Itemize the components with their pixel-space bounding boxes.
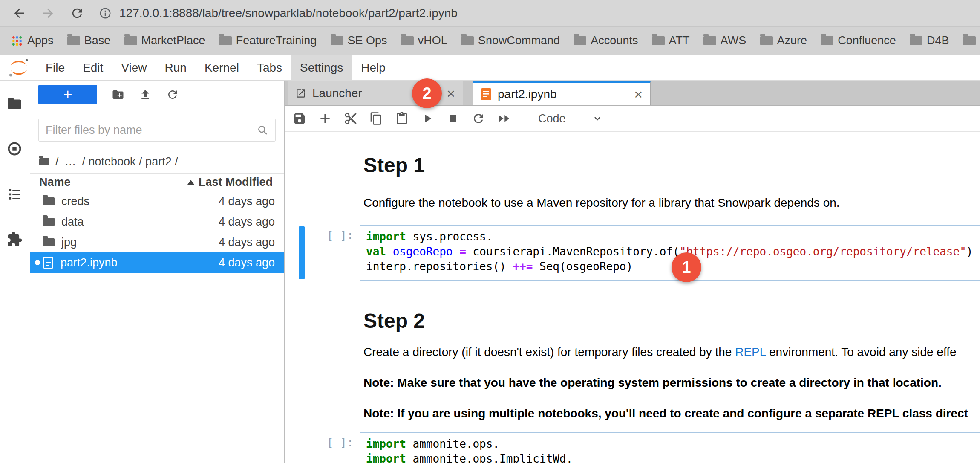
close-icon[interactable]: × bbox=[634, 87, 643, 101]
notebook-toolbar: Code bbox=[285, 106, 980, 132]
sidebar-item-running-sessions[interactable] bbox=[0, 126, 29, 171]
tab-label: Launcher bbox=[312, 87, 362, 100]
file-name: data bbox=[61, 215, 84, 229]
folder-icon bbox=[760, 36, 773, 45]
file-name: creds bbox=[61, 195, 89, 208]
markdown-heading-step2: Step 2 bbox=[363, 309, 425, 333]
paste-icon[interactable] bbox=[395, 112, 409, 125]
annotation-badge-2: 2 bbox=[412, 78, 442, 108]
run-icon[interactable] bbox=[421, 112, 434, 125]
cell-collapser[interactable] bbox=[299, 226, 305, 279]
cut-icon[interactable] bbox=[344, 112, 357, 125]
new-folder-icon[interactable] bbox=[112, 88, 124, 101]
restart-kernel-icon[interactable] bbox=[472, 112, 485, 125]
refresh-icon[interactable] bbox=[166, 88, 179, 101]
cell-type-dropdown[interactable]: Code bbox=[538, 112, 602, 125]
menu-view[interactable]: View bbox=[112, 55, 156, 80]
code-cell-ammonite-imports[interactable]: import ammonite.ops._import ammonite.ops… bbox=[360, 432, 980, 463]
sort-ascending-icon bbox=[187, 180, 194, 185]
column-header-name[interactable]: Name bbox=[39, 176, 187, 189]
bookmark-folder-aws[interactable]: AWS bbox=[703, 34, 747, 47]
menu-edit[interactable]: Edit bbox=[74, 55, 112, 80]
tab-part2-ipynb[interactable]: part2.ipynb × bbox=[473, 81, 651, 105]
sidebar-item-extensions[interactable] bbox=[0, 217, 29, 262]
filter-files-input[interactable] bbox=[46, 124, 257, 137]
bookmark-label: Apps bbox=[27, 34, 54, 47]
sidebar-item-file-browser[interactable] bbox=[0, 81, 29, 126]
bookmark-label: MarketPlace bbox=[141, 34, 205, 47]
bookmark-folder-base[interactable]: Base bbox=[67, 34, 111, 47]
file-row-creds[interactable]: creds 4 days ago bbox=[30, 191, 284, 211]
menu-run[interactable]: Run bbox=[156, 55, 196, 80]
bookmark-label: AWS bbox=[721, 34, 747, 47]
bookmark-folder-snowcommand[interactable]: SnowCommand bbox=[461, 34, 560, 47]
bookmark-folder-d4b[interactable]: D4B bbox=[910, 34, 949, 47]
save-icon[interactable] bbox=[293, 112, 306, 125]
bookmark-apps[interactable]: Apps bbox=[11, 34, 54, 47]
launcher-icon bbox=[295, 88, 306, 99]
menu-settings[interactable]: Settings bbox=[291, 55, 352, 80]
bookmarks-bar: Apps Base MarketPlace FeatureTraining SE… bbox=[0, 26, 980, 55]
fast-forward-icon[interactable] bbox=[497, 112, 511, 125]
new-launcher-button[interactable]: + bbox=[38, 85, 97, 104]
folder-icon bbox=[461, 36, 474, 45]
reload-icon[interactable] bbox=[70, 6, 84, 20]
bookmark-folder-att[interactable]: ATT bbox=[652, 34, 690, 47]
file-browser-panel: + / … / notebook / part2 / Name Last Mod… bbox=[30, 81, 285, 463]
menu-help[interactable]: Help bbox=[352, 55, 395, 80]
paragraph-text: Create a directory (if it doesn't exist)… bbox=[363, 345, 735, 359]
paragraph-text: environment. To avoid any side effe bbox=[766, 345, 956, 359]
folder-icon bbox=[821, 36, 833, 45]
menu-kernel[interactable]: Kernel bbox=[196, 55, 248, 80]
bookmark-folder-azure[interactable]: Azure bbox=[760, 34, 807, 47]
folder-icon bbox=[652, 36, 665, 45]
bookmark-folder-marketplace[interactable]: MarketPlace bbox=[124, 34, 205, 47]
folder-icon bbox=[401, 36, 414, 45]
markdown-paragraph-step2: Create a directory (if it doesn't exist)… bbox=[363, 345, 957, 359]
menu-file[interactable]: File bbox=[37, 55, 74, 80]
insert-cell-icon[interactable] bbox=[318, 112, 332, 125]
bookmark-folder-featuretraining[interactable]: FeatureTraining bbox=[219, 34, 317, 47]
main-dock-panel: Launcher × part2.ipynb × 2 bbox=[285, 81, 980, 463]
bookmark-folder-accounts[interactable]: Accounts bbox=[574, 34, 638, 47]
breadcrumb-trail[interactable]: / notebook / part2 / bbox=[82, 155, 178, 168]
bookmark-folder-seops[interactable]: SE Ops bbox=[331, 34, 387, 47]
file-row-data[interactable]: data 4 days ago bbox=[30, 211, 284, 232]
breadcrumb-ellipsis[interactable]: … bbox=[65, 155, 76, 168]
running-sessions-icon bbox=[6, 141, 23, 157]
home-folder-icon[interactable] bbox=[39, 158, 49, 165]
forward-icon[interactable] bbox=[41, 6, 55, 20]
bookmark-label: D4B bbox=[927, 34, 949, 47]
jupyter-logo bbox=[8, 57, 30, 79]
back-icon[interactable] bbox=[12, 6, 26, 20]
code-cell-maven-repo[interactable]: import sys.process._val osgeoRepo = cour… bbox=[360, 225, 980, 281]
menu-tabs[interactable]: Tabs bbox=[248, 55, 291, 80]
bookmark-folder-clipped[interactable] bbox=[963, 36, 976, 45]
page-info-icon[interactable] bbox=[99, 7, 112, 20]
bookmark-folder-confluence[interactable]: Confluence bbox=[821, 34, 896, 47]
upload-icon[interactable] bbox=[139, 88, 152, 101]
bookmark-folder-vhol[interactable]: vHOL bbox=[401, 34, 447, 47]
sidebar-item-table-of-contents[interactable] bbox=[0, 171, 29, 217]
copy-icon[interactable] bbox=[369, 112, 383, 125]
folder-icon bbox=[910, 36, 922, 45]
folder-icon bbox=[43, 197, 55, 205]
folder-icon bbox=[67, 36, 80, 45]
breadcrumb: / … / notebook / part2 / bbox=[30, 150, 284, 173]
markdown-heading-step1: Step 1 bbox=[363, 153, 425, 177]
notebook-icon bbox=[43, 256, 54, 269]
open-file-dot bbox=[35, 260, 40, 265]
breadcrumb-root[interactable]: / bbox=[55, 155, 59, 168]
file-list: creds 4 days ago data 4 days ago jpg 4 d… bbox=[30, 191, 284, 273]
file-modified: 4 days ago bbox=[219, 215, 275, 229]
column-header-last-modified[interactable]: Last Modified bbox=[199, 176, 273, 189]
file-browser-toolbar: + bbox=[30, 81, 284, 108]
file-modified: 4 days ago bbox=[219, 236, 275, 249]
stop-icon[interactable] bbox=[446, 112, 460, 125]
repl-link[interactable]: REPL bbox=[735, 345, 766, 359]
file-row-part2-ipynb[interactable]: part2.ipynb 4 days ago bbox=[30, 252, 284, 273]
url-bar[interactable]: 127.0.0.1:8888/lab/tree/snowparklab/note… bbox=[119, 6, 458, 20]
close-icon[interactable]: × bbox=[447, 86, 455, 101]
file-row-jpg[interactable]: jpg 4 days ago bbox=[30, 232, 284, 252]
markdown-note-permissions: Note: Make sure that you have the operat… bbox=[363, 376, 942, 389]
